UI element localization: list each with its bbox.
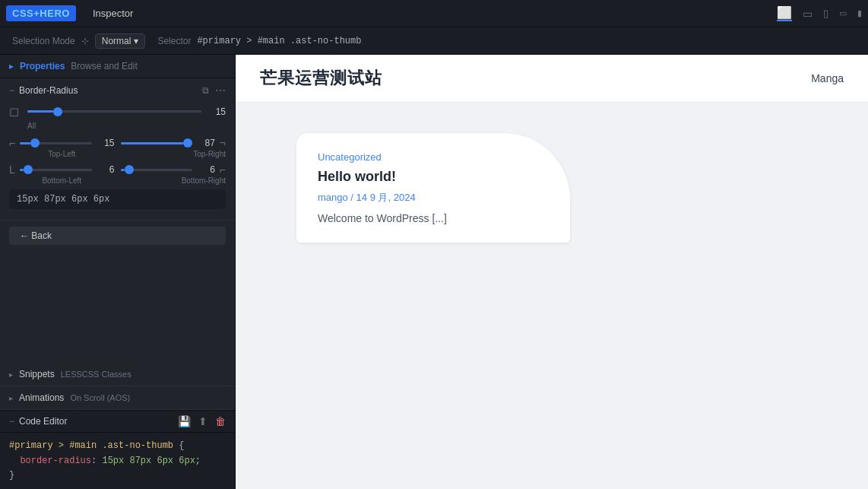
top-right-bracket-icon: ¬ xyxy=(220,137,226,149)
device-tablet-icon[interactable]: ▯ xyxy=(823,8,828,19)
website-content: Uncategorized Hello world! mango / 14 9 … xyxy=(236,103,868,273)
toolbar: Selection Mode ⊹ Normal ▾ Selector #prim… xyxy=(0,27,868,55)
bottom-right-value: 6 xyxy=(197,164,215,175)
animations-sub: On Scroll (AOS) xyxy=(70,393,130,402)
website-header: 芒果运营测试站 Manga xyxy=(236,55,868,103)
device-mobile-landscape-icon[interactable]: ▭ xyxy=(839,8,847,18)
code-editor-content[interactable]: #primary > #main .ast-no-thumb { border-… xyxy=(0,433,235,489)
top-right-value: 87 xyxy=(197,138,215,148)
post-meta: mango / 14 9 月, 2024 xyxy=(318,191,549,205)
code-editor-header: − Code Editor 💾 ⬆ 🗑 xyxy=(0,411,235,433)
post-title: Hello world! xyxy=(318,169,549,185)
all-slider-row: ◻ 15 xyxy=(9,104,226,119)
bottom-left-bracket-icon: L xyxy=(9,164,15,176)
bottom-left-slider-col: L 6 Bottom-Left xyxy=(9,163,115,185)
code-editor: − Code Editor 💾 ⬆ 🗑 #primary > #main .as… xyxy=(0,410,235,489)
selector-label: Selector xyxy=(157,36,191,46)
snippets-row[interactable]: ▸ Snippets LESSCSS Classes xyxy=(0,363,235,386)
corner-sliders: ⌐ 15 Top-Left xyxy=(9,136,226,185)
top-left-slider-col: ⌐ 15 Top-Left xyxy=(9,136,115,158)
export-code-icon[interactable]: ⬆ xyxy=(198,415,207,427)
snippets-sub: LESSCSS Classes xyxy=(61,370,131,379)
post-card: Uncategorized Hello world! mango / 14 9 … xyxy=(296,133,570,243)
section-title: − Border-Radius xyxy=(9,85,78,96)
code-line-1: #primary > #main .ast-no-thumb { xyxy=(9,439,226,453)
animations-row[interactable]: ▸ Animations On Scroll (AOS) xyxy=(0,386,235,410)
collapse-icon[interactable]: − xyxy=(9,85,14,96)
bottom-right-slider[interactable] xyxy=(121,163,192,176)
device-mobile-icon[interactable]: ▮ xyxy=(857,8,862,18)
content-area: 芒果运营测试站 Manga Uncategorized Hello world!… xyxy=(236,55,868,489)
device-desktop-large-icon[interactable]: ⬜ xyxy=(777,5,792,21)
browse-edit-label: Browse and Edit xyxy=(71,61,137,71)
all-label: All xyxy=(27,122,226,130)
selection-mode-label: Selection Mode xyxy=(12,36,75,46)
delete-code-icon[interactable]: 🗑 xyxy=(215,415,226,427)
selection-mode-dropdown[interactable]: Normal ▾ xyxy=(95,33,146,49)
css-hero-logo[interactable]: CSS+HERO xyxy=(6,5,76,21)
top-left-bracket-icon: ⌐ xyxy=(9,137,15,149)
properties-label: Properties xyxy=(20,61,65,71)
device-icons: ⬜ ▭ ▯ ▭ ▮ xyxy=(777,5,862,21)
site-nav: Manga xyxy=(811,72,844,84)
inspector-tab[interactable]: Inspector xyxy=(85,8,141,19)
top-right-label: Top-Right xyxy=(121,150,227,158)
device-desktop-icon[interactable]: ▭ xyxy=(803,8,813,20)
bottom-right-label: Bottom-Right xyxy=(121,176,227,185)
top-right-slider[interactable] xyxy=(121,136,192,150)
more-options-icon[interactable]: ⋯ xyxy=(215,84,226,97)
code-line-2: border-radius: 15px 87px 6px 6px; xyxy=(9,454,226,468)
selector-value: #primary > #main .ast-no-thumb xyxy=(197,36,361,46)
all-slider[interactable] xyxy=(27,105,201,119)
bottom-left-slider[interactable] xyxy=(20,163,92,176)
animations-label: Animations xyxy=(19,392,64,403)
snippets-expand-icon: ▸ xyxy=(9,370,13,379)
top-right-slider-col: 87 ¬ Top-Right xyxy=(121,136,227,158)
site-title: 芒果运营测试站 xyxy=(260,67,382,90)
border-radius-header: − Border-Radius ⧉ ⋯ xyxy=(9,84,226,97)
selector-section: Selector #primary > #main .ast-no-thumb xyxy=(157,36,361,46)
selection-mode-icon: ⊹ xyxy=(81,36,89,46)
animations-expand-icon: ▸ xyxy=(9,394,13,402)
bottom-left-value: 6 xyxy=(97,164,115,175)
copy-icon[interactable]: ⧉ xyxy=(202,85,209,96)
arrow-icon: ▸ xyxy=(9,61,14,71)
snippets-label: Snippets xyxy=(19,369,55,379)
code-editor-title: − Code Editor xyxy=(9,416,67,427)
all-slider-value: 15 xyxy=(207,106,226,117)
top-left-value: 15 xyxy=(97,138,115,148)
code-line-3: } xyxy=(9,468,226,483)
post-category: Uncategorized xyxy=(318,151,549,163)
code-editor-actions: 💾 ⬆ 🗑 xyxy=(178,415,226,427)
border-radius-section: − Border-Radius ⧉ ⋯ ◻ 15 A xyxy=(0,78,235,221)
sidebar: ▸ Properties Browse and Edit − Border-Ra… xyxy=(0,55,236,489)
back-button[interactable]: ← Back xyxy=(9,227,226,245)
top-bar: CSS+HERO Inspector ⬜ ▭ ▯ ▭ ▮ xyxy=(0,0,868,27)
post-excerpt: Welcome to WordPress [...] xyxy=(318,212,549,224)
top-left-label: Top-Left xyxy=(9,150,115,158)
bottom-left-label: Bottom-Left xyxy=(9,176,115,185)
save-code-icon[interactable]: 💾 xyxy=(178,415,191,427)
all-corners-icon: ◻ xyxy=(9,104,21,119)
selection-mode-section: Selection Mode ⊹ Normal ▾ xyxy=(12,33,145,49)
border-radius-value-display: 15px 87px 6px 6px xyxy=(9,189,226,209)
sidebar-header: ▸ Properties Browse and Edit xyxy=(0,55,235,78)
bottom-right-bracket-icon: ⌐ xyxy=(220,164,226,176)
top-left-slider[interactable] xyxy=(20,136,91,150)
bottom-right-slider-col: 6 ⌐ Bottom-Right xyxy=(121,163,227,185)
main-layout: ▸ Properties Browse and Edit − Border-Ra… xyxy=(0,55,868,489)
